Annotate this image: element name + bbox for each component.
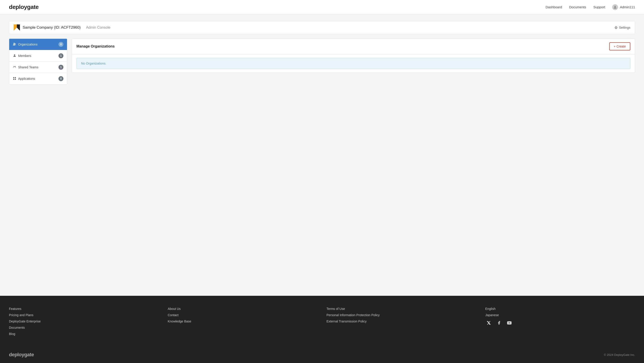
logo-bold: gate [27, 4, 38, 10]
members-badge: 1 [58, 53, 64, 58]
main-panel: Manage Organizations + Create No Organiz… [72, 38, 635, 73]
sidebar-item-organizations[interactable]: Organizations 0 [9, 39, 67, 50]
svg-point-6 [14, 66, 14, 67]
x-icon[interactable] [485, 320, 492, 326]
svg-point-5 [14, 54, 15, 55]
gear-icon: ⚙ [614, 26, 618, 30]
sidebar-item-members[interactable]: Members 1 [9, 50, 67, 62]
members-icon [13, 54, 16, 58]
applications-icon [13, 77, 16, 81]
sidebar-item-applications[interactable]: Applications 0 [9, 73, 67, 84]
panel-title: Manage Organizations [76, 44, 115, 48]
sidebar-item-shared-teams[interactable]: Shared Teams 1 [9, 62, 67, 73]
panel-header: Manage Organizations + Create [72, 39, 635, 54]
footer-col-2: About Us Contact Knowledge Base [168, 307, 318, 338]
footer-col-3: Terms of Use Personal Information Protec… [326, 307, 476, 338]
header-nav: Dashboard Documents Support Admin111 [546, 4, 635, 10]
shared-teams-badge: 1 [58, 65, 64, 70]
footer-link-terms[interactable]: Terms of Use [326, 307, 476, 310]
footer-col-4: English Japanese [485, 307, 635, 338]
sidebar: Organizations 0 Members 1 [9, 38, 67, 84]
header-logo[interactable]: deploygate [9, 4, 38, 10]
footer-bottom: deploygate © 2024 DeployGate Inc. [9, 347, 635, 358]
company-info: Sample Company (ID: ACFT2960) Admin Cons… [14, 24, 110, 31]
footer: Features Pricing and Plans DeployGate En… [0, 296, 644, 363]
footer-link-contact[interactable]: Contact [168, 313, 318, 317]
svg-rect-11 [15, 79, 16, 80]
company-bar: Sample Company (ID: ACFT2960) Admin Cons… [9, 21, 635, 34]
header-user[interactable]: Admin111 [612, 4, 635, 10]
footer-grid: Features Pricing and Plans DeployGate En… [9, 307, 635, 338]
nav-dashboard[interactable]: Dashboard [546, 5, 562, 9]
footer-link-documents[interactable]: Documents [9, 326, 159, 330]
logo-text: deploy [9, 4, 27, 10]
svg-rect-8 [13, 77, 14, 78]
applications-badge: 0 [58, 76, 64, 81]
footer-col-1: Features Pricing and Plans DeployGate En… [9, 307, 159, 338]
svg-point-3 [14, 43, 14, 44]
company-name: Sample Company (ID: ACFT2960) [23, 25, 81, 30]
avatar [612, 4, 618, 10]
header: deploygate Dashboard Documents Support A… [0, 0, 644, 14]
no-data-message: No Organizations. [76, 58, 630, 69]
svg-point-7 [15, 66, 16, 67]
username: Admin111 [620, 5, 635, 9]
footer-link-pricing[interactable]: Pricing and Plans [9, 313, 159, 317]
sidebar-members-label: Members [18, 54, 31, 58]
svg-marker-1 [14, 24, 17, 31]
settings-label: Settings [619, 26, 630, 29]
footer-lang-english[interactable]: English [485, 307, 635, 310]
sidebar-applications-label: Applications [18, 77, 35, 80]
social-icons [485, 320, 635, 326]
footer-copyright: © 2024 DeployGate Inc. [604, 353, 635, 356]
footer-logo: deploygate [9, 352, 34, 358]
footer-link-blog[interactable]: Blog [9, 332, 159, 336]
footer-link-enterprise[interactable]: DeployGate Enterprise [9, 320, 159, 323]
svg-rect-10 [13, 79, 14, 80]
company-logo-icon [14, 24, 20, 31]
shared-teams-icon [13, 65, 16, 70]
organizations-icon [13, 42, 16, 46]
footer-link-external[interactable]: External Transmission Policy [326, 320, 476, 323]
footer-logo-bold: gate [24, 352, 34, 358]
youtube-icon[interactable] [506, 320, 513, 326]
footer-logo-text: deploy [9, 352, 24, 358]
main-content: Sample Company (ID: ACFT2960) Admin Cons… [0, 14, 644, 296]
svg-point-0 [614, 6, 616, 7]
nav-support[interactable]: Support [593, 5, 605, 9]
create-button[interactable]: + Create [609, 42, 630, 50]
nav-documents[interactable]: Documents [569, 5, 586, 9]
sidebar-shared-teams-label: Shared Teams [18, 66, 38, 69]
content-layout: Organizations 0 Members 1 [9, 38, 635, 84]
svg-point-4 [15, 43, 16, 44]
sidebar-organizations-label: Organizations [18, 42, 38, 46]
footer-link-privacy[interactable]: Personal Information Protection Policy [326, 313, 476, 317]
footer-link-features[interactable]: Features [9, 307, 159, 310]
footer-link-knowledge[interactable]: Knowledge Base [168, 320, 318, 323]
svg-rect-9 [15, 77, 16, 78]
settings-link[interactable]: ⚙ Settings [614, 26, 630, 30]
footer-lang-japanese[interactable]: Japanese [485, 313, 635, 317]
footer-link-about[interactable]: About Us [168, 307, 318, 310]
console-label: Admin Console [86, 26, 110, 30]
facebook-icon[interactable] [496, 320, 502, 326]
svg-marker-2 [17, 24, 20, 31]
organizations-badge: 0 [58, 42, 64, 47]
